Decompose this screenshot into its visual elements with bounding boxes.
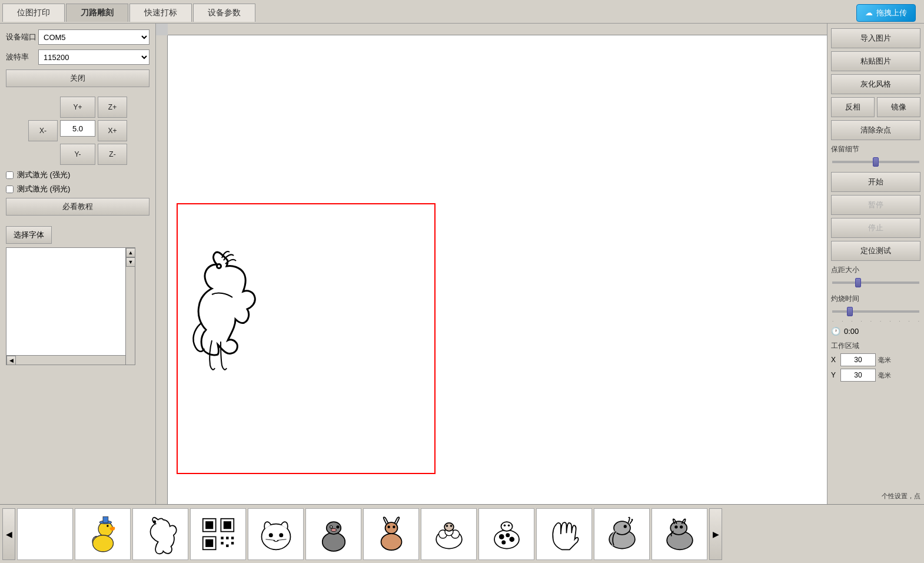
svg-point-39 <box>444 522 454 531</box>
svg-point-22 <box>279 533 283 537</box>
strip-next-button[interactable]: ▶ <box>709 508 722 560</box>
thumbnail-4[interactable] <box>248 508 304 560</box>
tab-device-params[interactable]: 设备参数 <box>193 4 255 22</box>
laser-strong-checkbox[interactable] <box>6 171 14 179</box>
stop-button[interactable]: 停止 <box>831 218 920 238</box>
svg-point-43 <box>498 534 504 539</box>
svg-point-1 <box>218 265 220 267</box>
right-panel: 导入图片 粘贴图片 灰化风格 反相 镜像 清除杂点 保留细节 开始 暂停 停止 … <box>827 24 924 504</box>
thumbnail-1[interactable] <box>75 508 131 560</box>
laser-weak-row: 测式激光 (弱光) <box>6 184 149 194</box>
y-plus-button[interactable]: Y+ <box>60 97 95 118</box>
font-scrollbar-vertical[interactable]: ▲ ▼ <box>125 248 135 365</box>
svg-point-46 <box>501 540 506 544</box>
canvas-area[interactable] <box>156 24 827 504</box>
work-x-label: X <box>831 356 838 364</box>
font-preview: ▲ ▼ ◀ ▶ <box>6 247 135 365</box>
svg-point-28 <box>336 525 339 528</box>
thumbnail-2[interactable] <box>132 508 188 560</box>
tab-toolpath-engrave[interactable]: 刀路雕刻 <box>66 4 128 22</box>
svg-rect-9 <box>205 521 213 529</box>
start-button[interactable]: 开始 <box>831 172 920 192</box>
z-minus-button[interactable]: Z- <box>98 144 127 165</box>
paste-image-button[interactable]: 粘贴图片 <box>831 51 920 71</box>
svg-point-40 <box>446 525 448 527</box>
svg-point-7 <box>152 520 155 523</box>
detail-slider-track[interactable] <box>832 161 919 163</box>
burn-time-label: 灼烧时间 <box>831 294 920 304</box>
dot-size-slider-thumb[interactable] <box>855 278 861 287</box>
laser-strong-row: 测式激光 (强光) <box>6 170 149 180</box>
x-minus-button[interactable]: X- <box>28 120 58 141</box>
laser-strong-label: 测式激光 (强光) <box>17 170 70 180</box>
svg-rect-18 <box>226 544 228 547</box>
dot-size-slider-container[interactable] <box>831 279 920 290</box>
svg-point-41 <box>450 525 452 527</box>
invert-button[interactable]: 反相 <box>831 97 875 117</box>
svg-point-33 <box>387 525 390 528</box>
direction-pad: Y+ Z+ X- 5.0 X+ Y- Z- <box>6 97 149 165</box>
thumbnail-3[interactable] <box>190 508 246 560</box>
work-x-row: X 毫米 <box>831 353 920 366</box>
thumbnail-5[interactable] <box>305 508 361 560</box>
y-minus-button[interactable]: Y- <box>60 144 95 165</box>
thumbnail-6[interactable] <box>363 508 419 560</box>
baud-label: 波特率 <box>6 52 38 62</box>
x-plus-button[interactable]: X+ <box>98 120 127 141</box>
thumbnail-7[interactable] <box>421 508 477 560</box>
invert-mirror-row: 反相 镜像 <box>831 97 920 117</box>
step-input[interactable]: 5.0 <box>60 120 95 137</box>
svg-rect-17 <box>221 542 223 544</box>
tutorial-button[interactable]: 必看教程 <box>6 198 149 216</box>
detail-slider-container[interactable] <box>831 158 920 169</box>
scroll-up-arrow[interactable]: ▲ <box>126 248 135 257</box>
detail-slider-thumb[interactable] <box>873 157 879 167</box>
burn-time-slider-container[interactable]: ·········· <box>831 308 920 324</box>
svg-point-32 <box>385 522 397 533</box>
svg-point-52 <box>623 525 626 528</box>
thumbnail-10[interactable] <box>594 508 650 560</box>
font-scrollbar-horizontal[interactable]: ◀ ▶ <box>6 355 125 365</box>
work-x-input[interactable] <box>840 353 876 366</box>
burn-time-slider-thumb[interactable] <box>847 307 853 316</box>
scroll-left-arrow[interactable]: ◀ <box>6 356 16 365</box>
scroll-down-arrow[interactable]: ▼ <box>126 257 135 267</box>
tab-bitmap-print[interactable]: 位图打印 <box>2 4 65 22</box>
burn-time-slider-track[interactable] <box>832 310 919 313</box>
work-y-label: Y <box>831 371 838 379</box>
svg-point-3 <box>92 535 113 551</box>
canvas-inner[interactable] <box>168 35 827 504</box>
laser-weak-checkbox[interactable] <box>6 186 14 193</box>
svg-rect-16 <box>231 536 233 539</box>
close-button[interactable]: 关闭 <box>6 69 149 87</box>
thumbnail-8[interactable] <box>478 508 534 560</box>
tab-fast-mark[interactable]: 快速打标 <box>129 4 192 22</box>
font-select-button[interactable]: 选择字体 <box>6 226 52 244</box>
thumbnail-9[interactable] <box>536 508 592 560</box>
connect-button[interactable]: ☁ 拖拽上传 <box>856 4 916 22</box>
svg-point-31 <box>381 534 401 550</box>
ruler-top <box>168 24 827 35</box>
clear-noise-button[interactable]: 清除杂点 <box>831 120 920 140</box>
svg-rect-11 <box>223 521 231 529</box>
port-label: 设备端口 <box>6 32 38 42</box>
import-image-button[interactable]: 导入图片 <box>831 28 920 48</box>
z-plus-button[interactable]: Z+ <box>98 97 127 118</box>
mirror-button[interactable]: 镜像 <box>877 97 920 117</box>
baud-select[interactable]: 115200 9600 57600 <box>38 49 149 65</box>
svg-point-4 <box>107 525 109 527</box>
timer-icon: 🕐 <box>831 327 840 336</box>
position-test-button[interactable]: 定位测试 <box>831 241 920 261</box>
pause-button[interactable]: 暂停 <box>831 195 920 215</box>
work-y-input[interactable] <box>840 369 876 382</box>
port-select[interactable]: COM5 COM1 COM2 COM3 COM4 <box>38 29 149 45</box>
work-y-unit: 毫米 <box>878 371 891 380</box>
svg-point-30 <box>331 528 336 531</box>
strip-prev-button[interactable]: ◀ <box>2 508 15 560</box>
dot-size-slider-track[interactable] <box>832 282 919 284</box>
thumbnail-0[interactable] <box>17 508 73 560</box>
thumbnail-11[interactable] <box>652 508 707 560</box>
grayscale-button[interactable]: 灰化风格 <box>831 74 920 94</box>
svg-point-25 <box>322 532 345 551</box>
svg-point-56 <box>680 525 683 528</box>
